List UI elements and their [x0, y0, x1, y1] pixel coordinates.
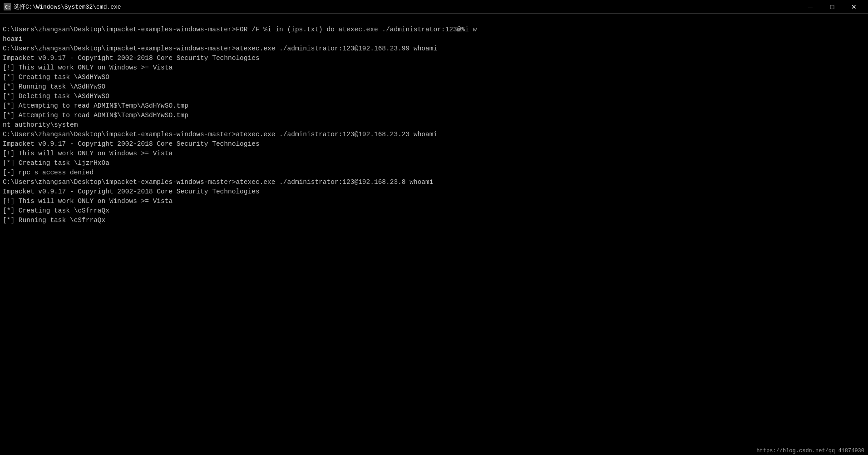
terminal-line: C:\Users\zhangsan\Desktop\impacket-examp…	[3, 44, 865, 54]
terminal-line: [!] This will work ONLY on Windows >= Vi…	[3, 197, 865, 206]
terminal-line: Impacket v0.9.17 - Copyright 2002-2018 C…	[3, 139, 865, 149]
maximize-button[interactable]: □	[822, 0, 843, 14]
title-bar-controls: ─ □ ✕	[800, 0, 864, 14]
minimize-button[interactable]: ─	[800, 0, 821, 14]
terminal-content: C:\Users\zhangsan\Desktop\impacket-examp…	[0, 14, 868, 455]
terminal-line: C:\Users\zhangsan\Desktop\impacket-examp…	[3, 178, 865, 187]
title-bar-text: 选择C:\Windows\System32\cmd.exe	[14, 3, 800, 11]
terminal-line: C:\Users\zhangsan\Desktop\impacket-examp…	[3, 25, 865, 35]
terminal-line: nt authority\system	[3, 120, 865, 130]
terminal-line: [*] Attempting to read ADMIN$\Temp\ASdHY…	[3, 101, 865, 111]
terminal-line: hoami	[3, 35, 865, 44]
terminal-line: [*] Attempting to read ADMIN$\Temp\ASdHY…	[3, 111, 865, 120]
terminal-line: [*] Creating task \ljzrHxOa	[3, 158, 865, 168]
terminal-line: [*] Running task \ASdHYwSO	[3, 82, 865, 92]
terminal-line: [!] This will work ONLY on Windows >= Vi…	[3, 149, 865, 158]
terminal-line: [!] This will work ONLY on Windows >= Vi…	[3, 63, 865, 73]
terminal-line: C:\Users\zhangsan\Desktop\impacket-examp…	[3, 130, 865, 139]
terminal-line: [*] Deleting task \ASdHYwSO	[3, 92, 865, 101]
terminal-line: Impacket v0.9.17 - Copyright 2002-2018 C…	[3, 54, 865, 63]
title-bar-icon: C:\	[4, 3, 11, 10]
terminal-line: [-] rpc_s_access_denied	[3, 168, 865, 178]
terminal-line: [*] Creating task \cSfrraQx	[3, 206, 865, 216]
svg-text:C:\: C:\	[5, 5, 11, 10]
terminal-line: Impacket v0.9.17 - Copyright 2002-2018 C…	[3, 187, 865, 197]
terminal-line: [*] Creating task \ASdHYwSO	[3, 73, 865, 82]
status-bar: https://blog.csdn.net/qq_41874930	[753, 447, 868, 455]
title-bar: C:\ 选择C:\Windows\System32\cmd.exe ─ □ ✕	[0, 0, 868, 14]
terminal-line: [*] Running task \cSfrraQx	[3, 216, 865, 225]
close-button[interactable]: ✕	[843, 0, 864, 14]
